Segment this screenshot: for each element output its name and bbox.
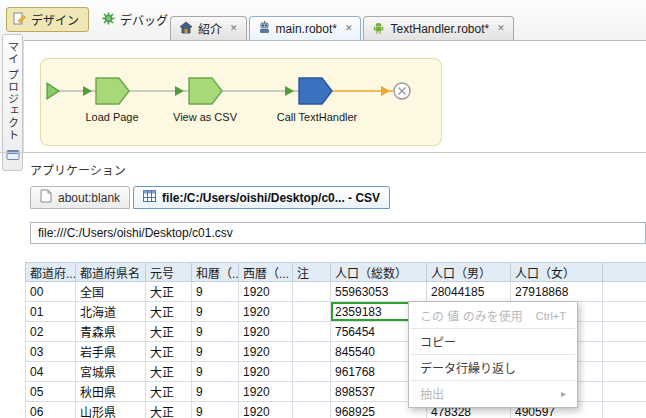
- table-cell[interactable]: 9: [192, 402, 239, 418]
- menu-item-label: コピー: [420, 333, 456, 350]
- table-cell[interactable]: 青森県: [76, 322, 146, 342]
- table-cell-filler: [603, 322, 646, 342]
- context-menu-item[interactable]: 抽出▸: [409, 382, 577, 405]
- column-header[interactable]: 西暦（...: [239, 263, 293, 282]
- table-cell[interactable]: 大正: [146, 322, 192, 342]
- table-cell[interactable]: 大正: [146, 342, 192, 362]
- menu-shortcut: Ctrl+T: [536, 310, 566, 322]
- close-icon[interactable]: ✕: [230, 24, 238, 33]
- table-cell[interactable]: 9: [192, 362, 239, 382]
- table-cell[interactable]: 1920: [239, 402, 293, 418]
- workflow-diagram: Load Page View as CSV Call TextHandler: [41, 59, 441, 145]
- table-cell-filler: [603, 362, 646, 382]
- table-cell[interactable]: 大正: [146, 302, 192, 322]
- column-header[interactable]: 人口（男）: [427, 263, 511, 282]
- column-header[interactable]: 和暦（...: [192, 263, 239, 282]
- table-cell[interactable]: [293, 382, 331, 402]
- connector-arrow-icon: [175, 86, 184, 96]
- table-cell[interactable]: 1920: [239, 282, 293, 302]
- table-cell[interactable]: 03: [26, 342, 76, 362]
- table-cell[interactable]: 山形県: [76, 402, 146, 418]
- debug-mode-button[interactable]: デバッグ: [95, 7, 178, 32]
- tab-csv-file[interactable]: file:/C:/Users/oishi/Desktop/c0... - CSV: [133, 186, 390, 209]
- table-cell-filler: [603, 342, 646, 362]
- table-cell[interactable]: 9: [192, 322, 239, 342]
- table-cell[interactable]: [293, 402, 331, 418]
- sidebar-tab-my-project[interactable]: マイ プロジェクト: [2, 34, 23, 171]
- table-cell[interactable]: 1920: [239, 362, 293, 382]
- column-header[interactable]: 都道府県名: [76, 263, 146, 282]
- table-cell[interactable]: 大正: [146, 362, 192, 382]
- table-cell[interactable]: 1920: [239, 302, 293, 322]
- design-mode-button[interactable]: デザイン: [6, 7, 89, 32]
- step-call-texthandler-shape[interactable]: [299, 78, 332, 104]
- table-cell[interactable]: 1920: [239, 322, 293, 342]
- table-cell-filler: [603, 282, 646, 302]
- column-header[interactable]: 注: [293, 263, 331, 282]
- workflow-canvas[interactable]: Load Page View as CSV Call TextHandler: [40, 58, 442, 146]
- application-section-title: アプリケーション: [30, 161, 126, 178]
- table-cell[interactable]: 06: [26, 402, 76, 418]
- table-cell[interactable]: 全国: [76, 282, 146, 302]
- table-cell[interactable]: 04: [26, 362, 76, 382]
- table-cell[interactable]: 00: [26, 282, 76, 302]
- table-cell[interactable]: 1920: [239, 382, 293, 402]
- table-cell[interactable]: 27918868: [511, 282, 603, 302]
- workflow-start-icon[interactable]: [47, 83, 59, 99]
- debug-mode-label: デバッグ: [120, 11, 168, 28]
- table-cell[interactable]: [293, 302, 331, 322]
- column-header[interactable]: 人口（女）: [511, 263, 603, 282]
- table-cell-filler: [603, 402, 646, 418]
- table-cell[interactable]: 01: [26, 302, 76, 322]
- tab-about-blank[interactable]: about:blank: [30, 186, 130, 209]
- menu-item-label: この 値 のみを使用: [420, 307, 523, 324]
- table-cell[interactable]: 9: [192, 282, 239, 302]
- tab-texthandler-robot[interactable]: TextHandler.robot* ✕: [363, 16, 513, 40]
- context-menu-item[interactable]: この 値 のみを使用Ctrl+T: [409, 304, 577, 327]
- table-header-row: 都道府...都道府県名元号和暦（...西暦（...注人口（総数）人口（男）人口（…: [26, 263, 646, 282]
- column-header[interactable]: 都道府...: [26, 263, 76, 282]
- tab-intro[interactable]: 紹介 ✕: [170, 16, 247, 40]
- table-cell[interactable]: [293, 362, 331, 382]
- top-toolbar: デザイン デバッグ 紹介 ✕ main.robot* ✕ TextHandler…: [0, 0, 646, 41]
- column-header[interactable]: 人口（総数）: [331, 263, 427, 282]
- table-cell[interactable]: [293, 282, 331, 302]
- table-cell[interactable]: 05: [26, 382, 76, 402]
- context-menu-item[interactable]: コピー: [409, 330, 577, 353]
- table-cell[interactable]: 9: [192, 342, 239, 362]
- my-project-label: マイ プロジェクト: [5, 41, 21, 141]
- table-cell[interactable]: 28044185: [427, 282, 511, 302]
- table-cell[interactable]: 55963053: [331, 282, 427, 302]
- table-icon: [143, 190, 156, 205]
- table-cell[interactable]: 1920: [239, 342, 293, 362]
- table-cell[interactable]: 大正: [146, 402, 192, 418]
- table-cell[interactable]: 9: [192, 302, 239, 322]
- close-icon[interactable]: ✕: [497, 24, 505, 33]
- menu-item-label: データ行繰り返し: [420, 359, 516, 376]
- step-load-page-shape[interactable]: [96, 78, 129, 104]
- table-cell[interactable]: [293, 322, 331, 342]
- connector-arrow-icon: [285, 86, 294, 96]
- table-cell[interactable]: 宮城県: [76, 362, 146, 382]
- step-label-load-page: Load Page: [85, 111, 138, 123]
- document-icon: [40, 189, 52, 206]
- table-cell[interactable]: 大正: [146, 382, 192, 402]
- connector-arrow-end-icon: [381, 86, 390, 96]
- table-cell[interactable]: 02: [26, 322, 76, 342]
- step-view-as-csv-shape[interactable]: [189, 78, 222, 104]
- close-icon[interactable]: ✕: [345, 24, 353, 33]
- column-header[interactable]: 元号: [146, 263, 192, 282]
- table-cell[interactable]: 北海道: [76, 302, 146, 322]
- tab-main-robot[interactable]: main.robot* ✕: [249, 16, 362, 40]
- table-cell[interactable]: [293, 342, 331, 362]
- address-bar[interactable]: file:///C:/Users/oishi/Desktop/c01.csv: [30, 222, 646, 244]
- tab-label: 紹介: [198, 20, 222, 37]
- table-cell[interactable]: 9: [192, 382, 239, 402]
- table-cell[interactable]: 秋田県: [76, 382, 146, 402]
- menu-separator: [411, 354, 575, 355]
- tab-label: file:/C:/Users/oishi/Desktop/c0... - CSV: [162, 191, 380, 205]
- browser-tab-bar: about:blank file:/C:/Users/oishi/Desktop…: [30, 186, 390, 209]
- table-cell[interactable]: 大正: [146, 282, 192, 302]
- context-menu-item[interactable]: データ行繰り返し: [409, 356, 577, 379]
- table-cell[interactable]: 岩手県: [76, 342, 146, 362]
